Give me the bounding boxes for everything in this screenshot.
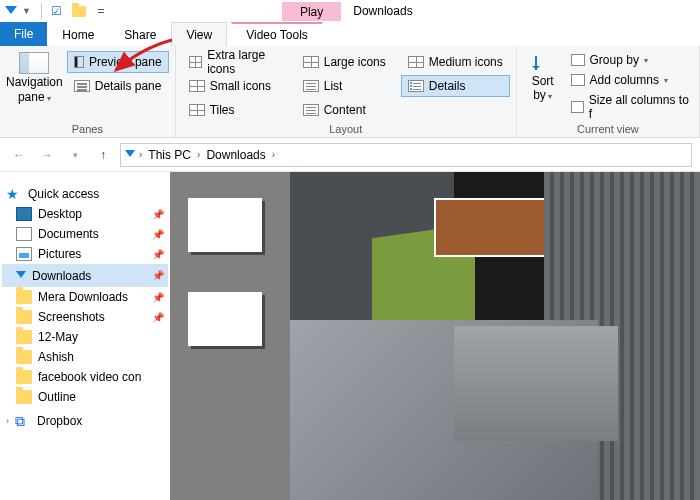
tree-item-desktop[interactable]: Desktop📌 <box>2 204 168 224</box>
tab-video-tools[interactable]: Video Tools <box>231 22 323 46</box>
titlebar: ▼ ☑ = Play Downloads <box>0 0 700 22</box>
folder-icon <box>16 290 32 304</box>
tree-item-facebook[interactable]: facebook video con <box>2 367 168 387</box>
quick-access-toolbar: ☑ = <box>33 0 112 22</box>
size-columns-icon <box>571 101 584 113</box>
tree-item-pictures[interactable]: Pictures📌 <box>2 244 168 264</box>
downloads-icon <box>16 271 26 284</box>
chevron-right-icon[interactable]: › <box>139 149 142 160</box>
tab-file[interactable]: File <box>0 22 47 46</box>
tree-item-downloads[interactable]: Downloads📌 <box>2 264 168 287</box>
app-icon <box>0 0 22 22</box>
group-panes: Navigation pane ▾ Preview pane Details p… <box>0 46 176 137</box>
details-icon <box>408 80 424 92</box>
tab-view[interactable]: View <box>171 22 227 46</box>
chevron-right-icon[interactable]: › <box>272 149 275 160</box>
file-thumbnail[interactable] <box>188 292 262 346</box>
up-button[interactable]: ↑ <box>92 144 114 166</box>
preview-pane-icon <box>74 56 84 68</box>
location-icon <box>125 150 135 163</box>
layout-content[interactable]: Content <box>296 99 393 121</box>
contextual-tab-header: Play <box>282 2 341 21</box>
ribbon: Navigation pane ▾ Preview pane Details p… <box>0 46 700 138</box>
qat-customize-icon[interactable]: = <box>90 0 112 22</box>
address-bar: ← → ▾ ↑ › This PC › Downloads › <box>0 138 700 172</box>
add-columns-icon <box>571 74 585 86</box>
sort-icon <box>531 52 555 74</box>
layout-extra-large[interactable]: Extra large icons <box>182 51 288 73</box>
tree-item-documents[interactable]: Documents📌 <box>2 224 168 244</box>
folder-icon <box>16 390 32 404</box>
tree-item-screenshots[interactable]: Screenshots📌 <box>2 307 168 327</box>
pin-icon: 📌 <box>152 209 164 220</box>
desktop-icon <box>16 207 32 221</box>
chevron-down-icon: ▾ <box>644 56 648 65</box>
preview-pane-button[interactable]: Preview pane <box>67 51 169 73</box>
pictures-icon <box>16 247 32 261</box>
group-by-icon <box>571 54 585 66</box>
grid-icon <box>408 56 424 68</box>
details-pane-button[interactable]: Details pane <box>67 75 169 97</box>
chevron-down-icon: ▾ <box>546 92 552 101</box>
tab-share[interactable]: Share <box>109 22 171 46</box>
chevron-down-icon: ▾ <box>664 76 668 85</box>
recent-locations-button[interactable]: ▾ <box>64 144 86 166</box>
tree-item-ashish[interactable]: Ashish <box>2 347 168 367</box>
group-layout-label: Layout <box>182 123 510 137</box>
folder-icon <box>16 310 32 324</box>
layout-small[interactable]: Small icons <box>182 75 288 97</box>
tree-item-mera-downloads[interactable]: Mera Downloads📌 <box>2 287 168 307</box>
forward-button[interactable]: → <box>36 144 58 166</box>
file-thumbnail[interactable] <box>188 198 262 252</box>
layout-tiles[interactable]: Tiles <box>182 99 288 121</box>
pin-icon: 📌 <box>152 229 164 240</box>
content-area: ★ Quick access Desktop📌 Documents📌 Pictu… <box>0 172 700 500</box>
window-title: Downloads <box>353 4 412 18</box>
layout-list[interactable]: List <box>296 75 393 97</box>
grid-icon <box>189 56 203 68</box>
group-layout: Extra large icons Large icons Medium ico… <box>176 46 517 137</box>
folder-icon <box>16 330 32 344</box>
grid-icon <box>189 80 205 92</box>
size-all-columns-button[interactable]: Size all columns to f <box>567 91 693 123</box>
breadcrumb[interactable]: › This PC › Downloads › <box>120 143 692 167</box>
add-columns-button[interactable]: Add columns ▾ <box>567 71 693 89</box>
sort-by-button[interactable]: Sort by ▾ <box>523 48 563 123</box>
content-icon <box>303 104 319 116</box>
navigation-tree: ★ Quick access Desktop📌 Documents📌 Pictu… <box>0 172 170 500</box>
tree-item-12may[interactable]: 12-May <box>2 327 168 347</box>
tree-quick-access[interactable]: ★ Quick access <box>2 184 168 204</box>
tiles-icon <box>189 104 205 116</box>
group-panes-label: Panes <box>6 123 169 137</box>
layout-medium[interactable]: Medium icons <box>401 51 510 73</box>
tab-home[interactable]: Home <box>47 22 109 46</box>
folder-icon <box>16 350 32 364</box>
tree-item-outline[interactable]: Outline <box>2 387 168 407</box>
layout-large[interactable]: Large icons <box>296 51 393 73</box>
details-pane-icon <box>74 80 90 92</box>
list-icon <box>303 80 319 92</box>
crumb-this-pc[interactable]: This PC <box>146 148 193 162</box>
navigation-pane-button[interactable]: Navigation pane ▾ <box>6 48 63 123</box>
crumb-downloads[interactable]: Downloads <box>204 148 267 162</box>
document-icon <box>16 227 32 241</box>
grid-icon <box>303 56 319 68</box>
back-button[interactable]: ← <box>8 144 30 166</box>
group-by-button[interactable]: Group by ▾ <box>567 51 693 69</box>
chevron-right-icon[interactable]: › <box>6 416 9 426</box>
navigation-pane-icon <box>19 52 49 74</box>
tree-dropbox[interactable]: › ⧉ Dropbox <box>2 411 168 431</box>
pin-icon: 📌 <box>152 249 164 260</box>
qat-properties-icon[interactable]: ☑ <box>46 0 68 22</box>
group-sort: Sort by ▾ Group by ▾ Add columns ▾ Size … <box>517 46 700 137</box>
ribbon-tabs: File Home Share View Video Tools <box>0 22 700 46</box>
chevron-down-icon: ▾ <box>45 94 51 103</box>
control-menu-chevron[interactable]: ▼ <box>22 6 31 16</box>
qat-new-folder-icon[interactable] <box>68 0 90 22</box>
layout-details[interactable]: Details <box>401 75 510 97</box>
group-current-view-label: Current view <box>523 123 693 137</box>
chevron-right-icon[interactable]: › <box>197 149 200 160</box>
pin-icon: 📌 <box>152 270 164 281</box>
file-thumbnail-strip <box>170 172 290 500</box>
pin-icon: 📌 <box>152 312 164 323</box>
